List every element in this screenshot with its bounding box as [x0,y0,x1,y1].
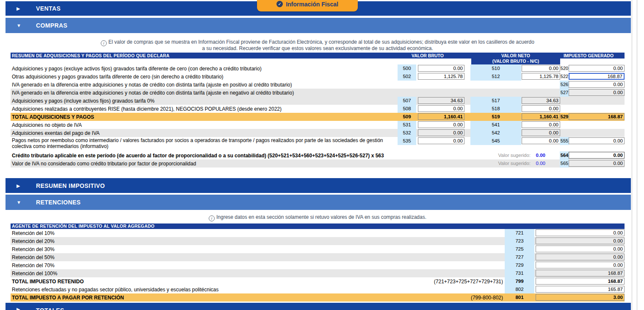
field-508[interactable] [418,105,464,112]
row-label: Retención del 50% [12,254,55,260]
row-label-total: TOTAL IMPUESTO RETENIDO [12,279,84,285]
row-label-total: TOTAL IMPUESTO A PAGAR POR RETENCIÓN [12,295,124,301]
table-row-507: Adquisiciones y pagos (incluye activos f… [11,97,625,105]
code-731: 731 [505,269,534,277]
table-row-727: Retención del 50% 727 [11,253,625,261]
compras-table-header: RESUMEN DE ADQUISICIONES Y PAGOS DEL PER… [11,53,625,59]
table-row-502: Otras adquisiciones y pagos gravados tar… [11,73,625,81]
field-535[interactable] [418,137,464,144]
table-row-total-801: TOTAL IMPUESTO A PAGAR POR RETENCIÓN (79… [11,293,625,302]
field-555[interactable] [569,137,625,144]
informacion-fiscal-button[interactable]: ✓ Información Fiscal [257,0,358,11]
row-label: Adquisiciones y pagos (incluye activos f… [12,98,155,104]
code-509: 509 [398,113,416,121]
field-731 [536,270,625,276]
code-802: 802 [505,285,534,293]
arrow-down-icon: ▼ [17,23,21,28]
field-500[interactable] [418,65,464,72]
code-502: 502 [398,73,416,81]
table-row-729: Retención del 70% 729 [11,261,625,269]
field-541[interactable] [522,121,560,128]
field-526[interactable] [569,81,625,88]
table-row-535: Pagos netos por reembolso como intermedi… [11,137,625,149]
field-725[interactable] [536,246,625,252]
scrollbar-track-line [637,0,637,310]
row-label: Pagos netos por reembolso como intermedi… [12,137,396,149]
code-727: 727 [505,253,534,261]
code-801: 801 [505,293,534,302]
field-522-focused[interactable] [569,73,625,80]
table-row-565: Valor de IVA no considerado como crédito… [11,159,625,168]
field-729[interactable] [536,262,625,268]
arrow-down-icon: ▼ [17,200,21,205]
row-label: Valor de IVA no considerado como crédito… [12,161,196,167]
table-row-532: Adquisiciones exentas del pago de IVA 53… [11,129,625,137]
table-row-731: Retención del 100% 731 [11,269,625,277]
row-label: Retención del 30% [12,246,55,252]
arrow-right-icon: ▶ [17,307,20,310]
code-535: 535 [398,137,416,145]
row-label: Retención del 70% [12,263,55,268]
table-row-508: Adquisiciones realizadas a contribuyente… [11,105,625,113]
table-row-total-509: TOTAL ADQUISICIONES Y PAGOS 509 519 529 [11,113,625,121]
field-509 [418,113,464,120]
informacion-fiscal-label: Información Fiscal [286,1,338,8]
section-label: TOTALES [36,307,64,310]
section-header-compras[interactable]: ▼ COMPRAS [6,18,631,33]
formula-801: (799-800-802) [392,295,503,301]
arrow-right-icon: ▶ [17,183,20,188]
field-799 [536,278,625,285]
info-icon: i [209,215,215,221]
row-label: Retención del 100% [12,271,57,276]
section-label: RESUMEN IMPOSITIVO [36,182,105,189]
col-valor-neto: VALOR NETO [471,53,560,58]
table-row-total-799: TOTAL IMPUESTO RETENIDO (721+723+725+727… [11,277,625,285]
code-518: 518 [470,105,521,113]
field-512[interactable] [522,73,560,80]
field-564[interactable] [569,152,625,159]
row-label: IVA generado en la diferencia entre adqu… [12,90,294,96]
field-529 [569,113,625,120]
field-532 [418,129,464,136]
code-529: 529 [560,113,569,121]
field-531[interactable] [418,121,464,128]
compras-info-line2: a su necesidad. Recuerde verificar que e… [11,45,625,51]
field-802[interactable] [536,286,625,293]
section-header-totales[interactable]: ▶ TOTALES [6,303,631,310]
field-510[interactable] [522,65,560,72]
table-row-500: Adquisiciones y pagos (excluye activos f… [11,64,625,73]
code-508: 508 [398,105,416,113]
valor-sugerido-label: Valor sugerido: [434,153,531,158]
field-721[interactable] [536,229,625,236]
field-502[interactable] [418,73,464,80]
retenciones-info: iIngrese datos en esta sección solamente… [11,214,625,221]
info-fiscal-icon: ✓ [276,1,283,7]
row-label-total: TOTAL ADQUISICIONES Y PAGOS [12,114,94,120]
section-header-retenciones[interactable]: ▼ RETENCIONES [6,195,631,210]
field-520[interactable] [569,65,625,72]
table-row-564: Crédito tributario aplicable en este per… [11,151,625,159]
row-label: Crédito tributario aplicable en este per… [12,153,384,159]
code-721: 721 [505,229,534,237]
row-label: Retenciones efectuadas y no pagadas sect… [12,287,218,293]
retenciones-table-header: AGENTE DE RETENCIÓN DEL IMPUESTO AL VALO… [11,223,625,229]
field-542 [522,129,560,136]
table-row-723: Retención del 20% 723 [11,237,625,245]
field-801 [536,294,625,301]
section-label: VENTAS [36,5,61,12]
scrollbar-track-line [632,0,632,310]
code-555: 555 [560,137,569,145]
section-label: COMPRAS [36,22,67,29]
field-518[interactable] [522,105,560,112]
section-header-resumen-impositivo[interactable]: ▶ RESUMEN IMPOSITIVO [6,178,631,193]
field-519 [522,113,560,120]
compras-table: RESUMEN DE ADQUISICIONES Y PAGOS DEL PER… [11,53,625,168]
code-729: 729 [505,261,534,269]
table-row-526: IVA generado en la diferencia entre adqu… [11,81,625,89]
row-label: Adquisiciones no objeto de IVA [12,122,82,128]
table-row-531: Adquisiciones no objeto de IVA 531 541 [11,121,625,129]
code-510: 510 [470,64,521,73]
field-545[interactable] [522,137,560,144]
formula-799: (721+723+725+727+729+731) [392,279,503,285]
col-valor-bruto: VALOR BRUTO [387,53,468,58]
